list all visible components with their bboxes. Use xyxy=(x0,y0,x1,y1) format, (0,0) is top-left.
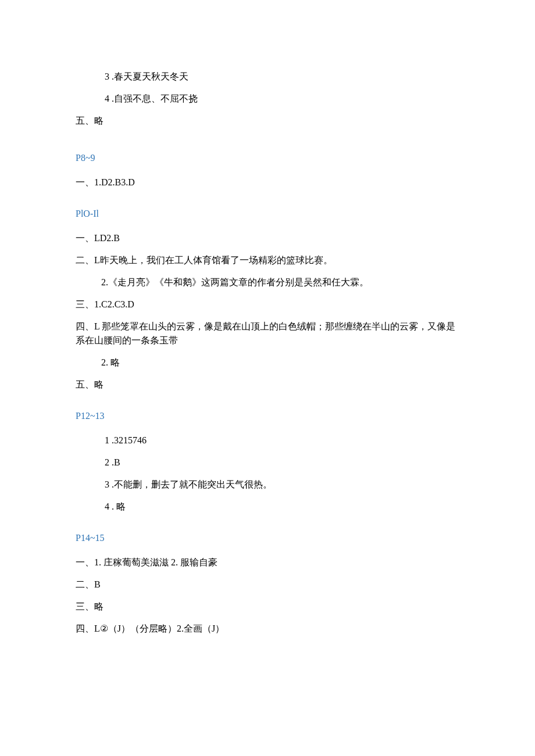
answer-line: 四、L②（J）（分层略）2.全画（J） xyxy=(76,622,459,636)
list-item: 1 .3215746 xyxy=(76,433,459,447)
answer-line: 五、略 xyxy=(76,378,459,392)
list-text: .自强不息、不屈不挠 xyxy=(109,94,198,103)
list-item: 3 .春天夏天秋天冬天 xyxy=(76,70,459,84)
answer-line: 二、L昨天晚上，我们在工人体育馆看了一场精彩的篮球比赛。 xyxy=(76,253,459,267)
answer-line: 一、LD2.B xyxy=(76,231,459,245)
list-text: .B xyxy=(109,457,120,467)
answer-line: 三、1.C2.C3.D xyxy=(76,298,459,311)
list-number: 1 xyxy=(105,435,109,445)
list-item: 2 .B xyxy=(76,456,459,470)
list-item: 4 .自强不息、不屈不挠 xyxy=(76,92,459,106)
answer-line: 四、L 那些笼罩在山头的云雾，像是戴在山顶上的白色绒帽；那些缠绕在半山的云雾，又… xyxy=(76,320,459,347)
list-text: . 略 xyxy=(109,501,126,511)
list-item: 3 .不能删，删去了就不能突出天气很热。 xyxy=(76,478,459,492)
list-number: 3 xyxy=(105,71,109,81)
section-heading: P14~15 xyxy=(76,531,459,545)
list-number: 2 xyxy=(105,457,109,467)
list-item: 4 . 略 xyxy=(76,500,459,514)
answer-line: 五、略 xyxy=(76,114,459,128)
section-heading: P8~9 xyxy=(76,151,459,165)
list-number: 4 xyxy=(105,501,109,511)
list-number: 3 xyxy=(105,479,109,489)
answer-line: 一、1.D2.B3.D xyxy=(76,175,459,189)
list-text: .不能删，删去了就不能突出天气很热。 xyxy=(109,479,272,489)
section-heading: PlO-Il xyxy=(76,207,459,221)
list-number: 4 xyxy=(105,94,109,103)
answer-line: 三、略 xyxy=(76,600,459,614)
answer-line: 一、1. 庄稼葡萄美滋滋 2. 服输自豪 xyxy=(76,556,459,569)
section-heading: P12~13 xyxy=(76,409,459,423)
answer-line: 2. 略 xyxy=(76,356,459,370)
answer-line: 2.《走月亮》《牛和鹅》这两篇文章的作者分别是吴然和任大霖。 xyxy=(76,275,459,289)
list-text: .春天夏天秋天冬天 xyxy=(109,71,188,81)
list-text: .3215746 xyxy=(109,435,147,445)
answer-line: 二、B xyxy=(76,578,459,592)
